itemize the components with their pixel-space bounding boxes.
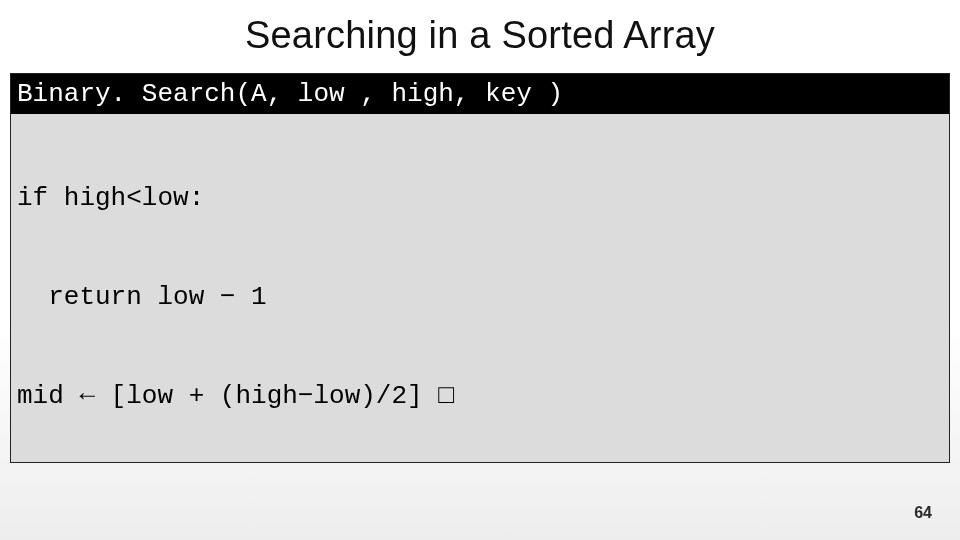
code-line: return low − 1 — [17, 281, 943, 314]
page-number: 64 — [914, 504, 932, 522]
code-line: mid ← [low + (high−low)/2] □ — [17, 380, 943, 413]
code-block: Binary. Search(A, low , high, key ) if h… — [10, 73, 950, 463]
code-signature: Binary. Search(A, low , high, key ) — [11, 74, 949, 114]
code-body: if high<low: return low − 1 mid ← [low +… — [11, 114, 949, 463]
slide-title: Searching in a Sorted Array — [0, 0, 960, 63]
code-line: if high<low: — [17, 182, 943, 215]
slide: Searching in a Sorted Array Binary. Sear… — [0, 0, 960, 540]
